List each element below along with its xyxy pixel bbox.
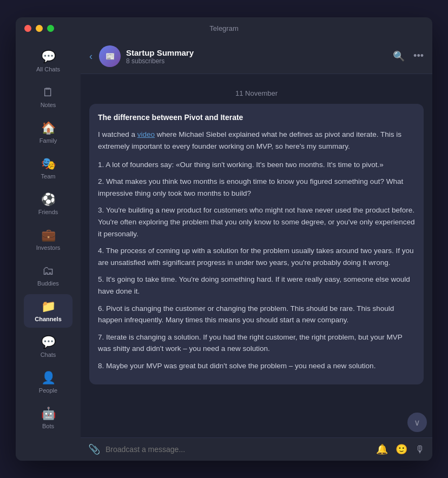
notes-icon: 🗒 (42, 85, 54, 99)
avatar-inner: 📰 (99, 45, 121, 67)
people-icon: 👤 (41, 371, 56, 385)
sidebar-label-investors: Investors (36, 244, 61, 251)
search-icon[interactable]: 🔍 (393, 50, 405, 62)
chat-area: ‹ 📰 Startup Summary 8 subscribers 🔍 ••• … (81, 39, 432, 461)
sidebar-label-people: People (39, 387, 57, 394)
message-item-6: 6. Pivot is changing the customer or cha… (98, 303, 415, 326)
chat-name: Startup Summary (126, 48, 393, 57)
message-item-2: 2. What makes you think two months is en… (98, 176, 415, 199)
sidebar-label-all-chats: All Chats (36, 66, 60, 72)
messages-area[interactable]: 11 November The difference between Pivot… (81, 74, 432, 437)
message-item-1: 1. A lot of founders say: «Our thing isn… (98, 159, 415, 171)
message-item-7: 7. Iterate is changing a solution. If yo… (98, 331, 415, 355)
sidebar-label-notes: Notes (41, 102, 56, 108)
message-item-8: 8. Maybe your MVP was great but didn't s… (98, 360, 415, 372)
notification-icon[interactable]: 🔔 (376, 443, 388, 455)
close-button[interactable] (24, 25, 31, 32)
message-title: The difference between Pivot and Iterate (98, 111, 415, 123)
channels-icon: 📁 (41, 300, 56, 314)
sidebar-label-team: Team (41, 173, 56, 180)
attach-icon[interactable]: 📎 (88, 443, 100, 455)
telegram-window: Telegram 💬 All Chats 🗒 Notes 🏠 Family 🎭 … (16, 17, 432, 461)
buddies-icon: 🗂 (42, 264, 54, 278)
sidebar-item-friends[interactable]: ⚽ Friends (24, 187, 73, 221)
minimize-button[interactable] (36, 25, 43, 32)
chats-icon: 💬 (41, 335, 56, 349)
message-item-3: 3. You're building a new product for cus… (98, 204, 415, 240)
sidebar-item-family[interactable]: 🏠 Family (24, 116, 73, 149)
input-area: 📎 🔔 🙂 🎙 (81, 437, 432, 461)
message-item-5: 5. It's going to take time. You're doing… (98, 274, 415, 297)
main-content: 💬 All Chats 🗒 Notes 🏠 Family 🎭 Team ⚽ Fr… (16, 39, 432, 461)
scroll-to-bottom-button[interactable]: ∨ (407, 413, 427, 432)
message-bubble: The difference between Pivot and Iterate… (89, 104, 424, 384)
message-intro: I watched a video where Michael Siebel e… (98, 129, 415, 152)
friends-icon: ⚽ (41, 192, 56, 207)
sidebar-item-channels[interactable]: 📁 Channels (24, 294, 73, 328)
investors-icon: 💼 (41, 228, 56, 242)
sidebar-item-chats[interactable]: 💬 Chats (24, 330, 73, 363)
all-chats-icon: 💬 (41, 50, 56, 64)
sidebar-label-bots: Bots (42, 423, 54, 429)
sidebar: 💬 All Chats 🗒 Notes 🏠 Family 🎭 Team ⚽ Fr… (16, 39, 81, 461)
maximize-button[interactable] (47, 25, 54, 32)
avatar: 📰 (99, 45, 121, 67)
traffic-lights (24, 25, 54, 32)
sidebar-label-buddies: Buddies (37, 280, 59, 287)
date-divider: 11 November (89, 89, 424, 97)
message-item-4: 4. The process of coming up with a solut… (98, 245, 415, 268)
microphone-icon[interactable]: 🎙 (415, 444, 425, 455)
more-options-icon[interactable]: ••• (413, 50, 424, 62)
title-bar: Telegram (16, 17, 432, 39)
video-link[interactable]: video (137, 130, 155, 138)
chat-info: Startup Summary 8 subscribers (126, 48, 393, 65)
sidebar-item-all-chats[interactable]: 💬 All Chats (24, 44, 73, 78)
chat-subscribers: 8 subscribers (126, 57, 393, 65)
sidebar-label-chats: Chats (41, 351, 56, 358)
sidebar-label-family: Family (39, 137, 57, 144)
emoji-icon[interactable]: 🙂 (396, 443, 407, 455)
sidebar-item-notes[interactable]: 🗒 Notes (24, 80, 73, 114)
sidebar-item-people[interactable]: 👤 People (24, 366, 73, 399)
family-icon: 🏠 (41, 121, 56, 135)
header-actions: 🔍 ••• (393, 50, 424, 62)
sidebar-item-bots[interactable]: 🤖 Bots (24, 401, 73, 435)
sidebar-item-investors[interactable]: 💼 Investors (24, 223, 73, 256)
sidebar-item-team[interactable]: 🎭 Team (24, 151, 73, 185)
team-icon: 🎭 (41, 157, 56, 171)
sidebar-item-buddies[interactable]: 🗂 Buddies (24, 258, 73, 292)
sidebar-label-friends: Friends (38, 209, 58, 215)
chat-header: ‹ 📰 Startup Summary 8 subscribers 🔍 ••• (81, 39, 432, 74)
bots-icon: 🤖 (41, 407, 56, 421)
window-title: Telegram (209, 24, 238, 32)
input-actions: 🔔 🙂 🎙 (376, 443, 425, 455)
sidebar-label-channels: Channels (35, 316, 62, 322)
message-input[interactable] (106, 445, 371, 454)
back-button[interactable]: ‹ (89, 51, 93, 62)
